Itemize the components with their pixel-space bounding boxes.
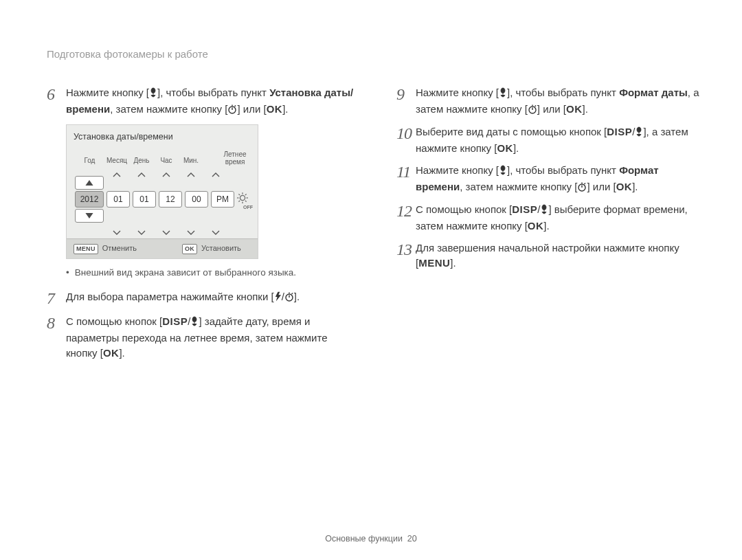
caret-up-icon [179,167,203,175]
menu-softkey: MENU [74,244,98,254]
step-11: Нажмите кнопку [], чтобы выбрать пункт Ф… [416,163,705,196]
lcd-label-dst: Летнее время [219,151,251,166]
page-number: 20 [407,534,417,544]
caret-up-icon [203,167,228,175]
ok-token: OK [528,220,544,232]
disp-token: DISP [607,126,632,137]
dst-toggle[interactable]: OFF [234,190,251,210]
caret-down-icon [104,225,129,233]
flash-icon [274,291,282,306]
year-cell[interactable]: 2012 [75,191,104,208]
step-number: 10 [396,124,416,142]
disp-token: DISP [162,315,188,327]
right-column: 9 Нажмите кнопку [], чтобы выбрать пункт… [396,85,705,368]
ok-softkey: OK [182,244,197,254]
caret-down-icon [179,225,203,233]
month-cell[interactable]: 01 [106,191,130,208]
footer: Основные функции 20 [0,533,742,545]
ok-token: OK [267,103,283,115]
lcd-note: Внешний вид экрана зависит от выбранного… [66,266,355,280]
menu-token: MENU [418,257,450,269]
step-12: С помощью кнопок [DISP/] выберите формат… [416,202,705,234]
macro-icon [635,126,643,141]
cancel-softkey-label: Отменить [102,243,137,254]
caret-up-icon [154,167,179,175]
step-number: 6 [47,85,66,103]
step-7: Для выбора параметра нажимайте кнопки [/… [66,289,355,306]
timer-icon [227,103,237,118]
arrow-down-button[interactable] [75,209,104,223]
hour-cell[interactable]: 12 [159,191,182,208]
min-cell[interactable]: 00 [185,191,208,208]
timer-icon [528,103,537,118]
caret-down-icon [129,225,154,233]
ok-token: OK [103,347,120,359]
step-13: Для завершения начальной настройки нажми… [416,240,705,271]
caret-up-icon [129,167,154,175]
macro-icon [540,203,548,219]
day-cell[interactable]: 01 [133,191,156,208]
caret-down-icon [203,225,228,233]
macro-icon [149,87,157,102]
step-number: 13 [396,240,416,258]
timer-icon [577,181,587,196]
step-number: 9 [396,85,416,103]
step-10: Выберите вид даты с помощью кнопок [DISP… [416,124,705,156]
step-6: Нажмите кнопку [], чтобы выбрать пункт У… [66,85,355,118]
macro-icon [499,164,507,179]
ampm-cell[interactable]: PM [211,191,234,208]
step-8: С помощью кнопок [DISP/] задайте дату, в… [66,314,355,360]
caret-up-icon [104,167,129,175]
lcd-label-month: Месяц [104,156,129,166]
lcd-title: Установка даты/времени [67,125,258,144]
ok-token: OK [566,103,583,115]
disp-token: DISP [512,203,537,215]
macro-icon [190,315,199,331]
step-number: 8 [47,314,66,332]
timer-icon [284,291,294,306]
left-column: 6 Нажмите кнопку [], чтобы выбрать пункт… [47,85,355,368]
set-softkey-label: Установить [201,243,241,254]
breadcrumb: Подготовка фотокамеры к работе [47,47,705,62]
arrow-up-button[interactable] [75,176,104,190]
lcd-label-min: Мин. [179,156,203,166]
step-9: Нажмите кнопку [], чтобы выбрать пункт Ф… [416,85,705,118]
macro-icon [499,87,507,102]
lcd-screenshot: Установка даты/времени Год Месяц День Ча… [66,124,258,259]
ok-token: OK [616,181,633,192]
lcd-label-hour: Час [154,156,179,166]
lcd-label-year: Год [75,156,104,166]
sun-icon: OFF [236,190,249,210]
lcd-label-day: День [129,156,154,166]
lcd-softkeys: MENU Отменить OK Установить [67,238,258,258]
step-number: 12 [396,202,416,220]
footer-section: Основные функции [325,534,403,544]
caret-down-icon [154,225,179,233]
step-number: 11 [396,163,416,181]
ok-token: OK [497,142,513,154]
step-number: 7 [47,289,66,307]
